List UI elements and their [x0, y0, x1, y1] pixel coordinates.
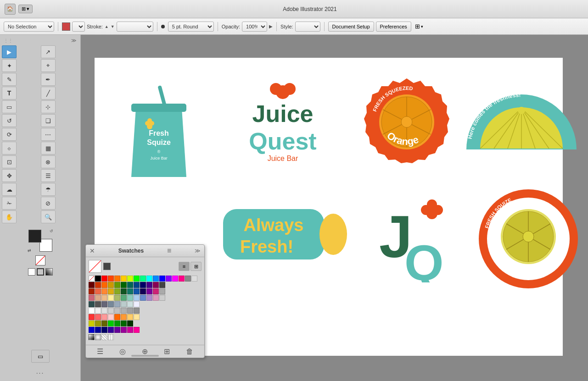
- magic-wand-btn[interactable]: ✦: [2, 59, 17, 72]
- always-fresh-banner[interactable]: Always Fresh!: [218, 200, 347, 269]
- swatch-color[interactable]: [134, 308, 140, 314]
- swatch-color[interactable]: [108, 314, 114, 320]
- gradient-btn[interactable]: ⊡: [2, 155, 17, 168]
- width-btn[interactable]: ⋯: [41, 128, 56, 141]
- swatch-color[interactable]: [114, 276, 120, 282]
- screen-mode-btn[interactable]: ▭: [31, 350, 50, 363]
- swatch-color[interactable]: [127, 314, 133, 320]
- swatch-color[interactable]: [140, 282, 146, 288]
- selection-tool-btn[interactable]: ▶: [2, 45, 17, 58]
- swatch-color[interactable]: [89, 327, 95, 333]
- panel-collapse-btn[interactable]: ≫: [195, 248, 201, 254]
- more-tools-btn[interactable]: ···: [36, 369, 45, 376]
- stroke-style-dropdown[interactable]: 5 pt. Round: [168, 22, 214, 32]
- swatch-color[interactable]: [146, 295, 152, 301]
- swatch-color[interactable]: [101, 320, 107, 326]
- rect-btn[interactable]: ▭: [2, 100, 17, 113]
- list-view-btn[interactable]: ≡: [179, 262, 190, 271]
- fill-color-btn[interactable]: [62, 22, 70, 31]
- stroke-down-btn[interactable]: ▼: [111, 24, 115, 29]
- swatch-color[interactable]: [95, 308, 101, 314]
- swatch-color[interactable]: [166, 276, 172, 282]
- canvas-area[interactable]: Fresh Squize ® Juice Bar: [81, 35, 588, 381]
- free-transform-btn[interactable]: ⟐: [2, 142, 17, 155]
- swatch-color[interactable]: [127, 320, 133, 326]
- swatch-color[interactable]: [127, 282, 133, 288]
- swatch-color[interactable]: [114, 320, 120, 326]
- swatch-library-btn[interactable]: ☰: [97, 347, 103, 356]
- swatch-color[interactable]: [114, 282, 120, 288]
- swatch-color[interactable]: [159, 288, 165, 294]
- swatch-color[interactable]: [127, 308, 133, 314]
- swatch-color[interactable]: [153, 295, 159, 301]
- swatch-color[interactable]: [95, 320, 101, 326]
- swatch-color[interactable]: [121, 282, 127, 288]
- gradient-swatch2[interactable]: [95, 334, 101, 340]
- panel-menu-btn[interactable]: ≡: [167, 247, 171, 255]
- swatch-color[interactable]: [101, 288, 107, 294]
- blend-btn[interactable]: ✥: [2, 169, 17, 182]
- swatch-color[interactable]: [114, 314, 120, 320]
- swatch-color[interactable]: [127, 276, 133, 282]
- foreground-color-box[interactable]: [28, 230, 41, 243]
- swatch-color[interactable]: [121, 295, 127, 301]
- pen-btn[interactable]: ✎: [2, 73, 17, 86]
- slice-btn[interactable]: ✁: [2, 197, 17, 210]
- doc-setup-button[interactable]: Document Setup: [328, 22, 374, 32]
- swatch-color[interactable]: [108, 282, 114, 288]
- none-swatch[interactable]: [89, 260, 101, 273]
- swatch-color[interactable]: [89, 301, 95, 307]
- swatch-color[interactable]: [134, 327, 140, 333]
- swatch-color[interactable]: [121, 276, 127, 282]
- swatch-color[interactable]: [159, 295, 165, 301]
- gradient-swatch1[interactable]: [89, 334, 95, 340]
- swatch-color[interactable]: [101, 314, 107, 320]
- grid-view-btn[interactable]: ⊞: [190, 262, 202, 271]
- swatch-color[interactable]: [146, 288, 152, 294]
- swatch-color[interactable]: [89, 288, 95, 294]
- swatch-color[interactable]: [101, 327, 107, 333]
- stroke-dropdown[interactable]: [117, 22, 153, 32]
- rotate-btn[interactable]: ↺: [2, 114, 17, 127]
- line-btn[interactable]: ╱: [41, 87, 56, 99]
- swatch-color[interactable]: [101, 282, 107, 288]
- swatch-color[interactable]: [95, 282, 101, 288]
- orange-badge[interactable]: FRESH SQUEEZED Orange: [361, 76, 453, 168]
- swatch-color[interactable]: [95, 288, 101, 294]
- fill-dropdown[interactable]: [72, 22, 85, 32]
- jq-monogram[interactable]: J Q: [370, 191, 462, 282]
- swatch-color[interactable]: [108, 295, 114, 301]
- lemonade-circle[interactable]: FRESH SQUIZE Lemonade: [478, 188, 579, 289]
- swatch-color[interactable]: [140, 276, 146, 282]
- swatch-color[interactable]: [185, 276, 191, 282]
- swatch-color[interactable]: [121, 320, 127, 326]
- opacity-dropdown[interactable]: 100%: [242, 22, 267, 32]
- swatch-color[interactable]: [95, 276, 101, 282]
- swatch-color[interactable]: [127, 327, 133, 333]
- swatch-color[interactable]: [134, 288, 140, 294]
- swatch-color[interactable]: [95, 301, 101, 307]
- swatch-color[interactable]: [108, 301, 114, 307]
- lemon-freshness[interactable]: Here comes the freshness!: [462, 81, 581, 154]
- swatch-color[interactable]: [101, 301, 107, 307]
- swatch-color[interactable]: [108, 288, 114, 294]
- workspace-btn[interactable]: ⊞▾: [415, 23, 423, 30]
- swatch-color[interactable]: [127, 295, 133, 301]
- swatch-color[interactable]: [95, 314, 101, 320]
- scale-btn[interactable]: ❑: [41, 114, 56, 127]
- swatch-color[interactable]: [140, 288, 146, 294]
- swatch-color[interactable]: [95, 295, 101, 301]
- swatch-color[interactable]: [153, 288, 159, 294]
- pattern-swatch2[interactable]: [108, 334, 114, 340]
- swatch-color[interactable]: [89, 308, 95, 314]
- type-btn[interactable]: T: [2, 87, 17, 99]
- swatch-color[interactable]: [114, 301, 120, 307]
- swatch-color[interactable]: [146, 276, 152, 282]
- swap-colors-btn[interactable]: ⇄: [28, 248, 31, 253]
- swatch-color[interactable]: [101, 276, 107, 282]
- swatch-color[interactable]: [101, 308, 107, 314]
- swatch-color[interactable]: [121, 301, 127, 307]
- home-icon[interactable]: 🏠: [5, 4, 16, 15]
- swatch-color[interactable]: [89, 320, 95, 326]
- delete-swatch-btn[interactable]: 🗑: [186, 348, 193, 356]
